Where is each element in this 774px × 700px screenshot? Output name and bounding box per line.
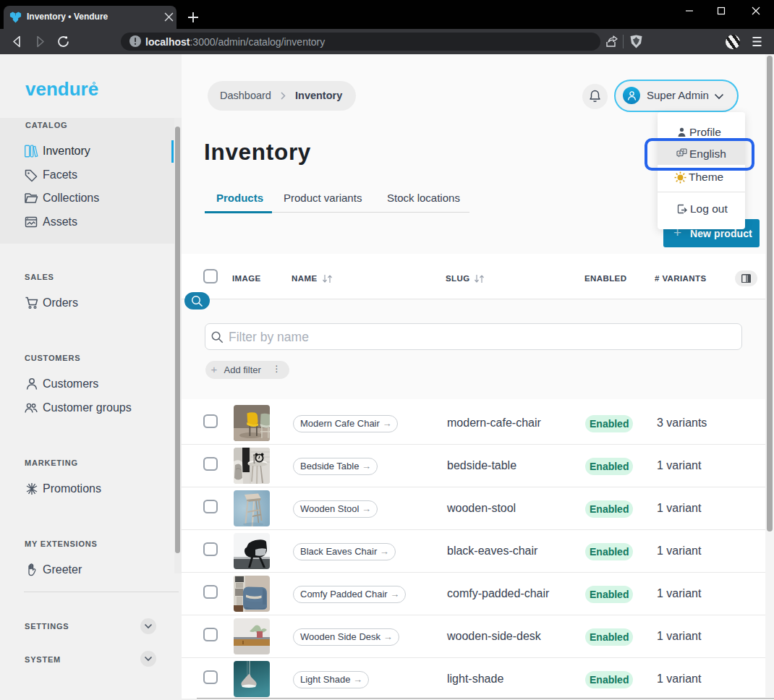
svg-text:A: A	[679, 151, 681, 155]
